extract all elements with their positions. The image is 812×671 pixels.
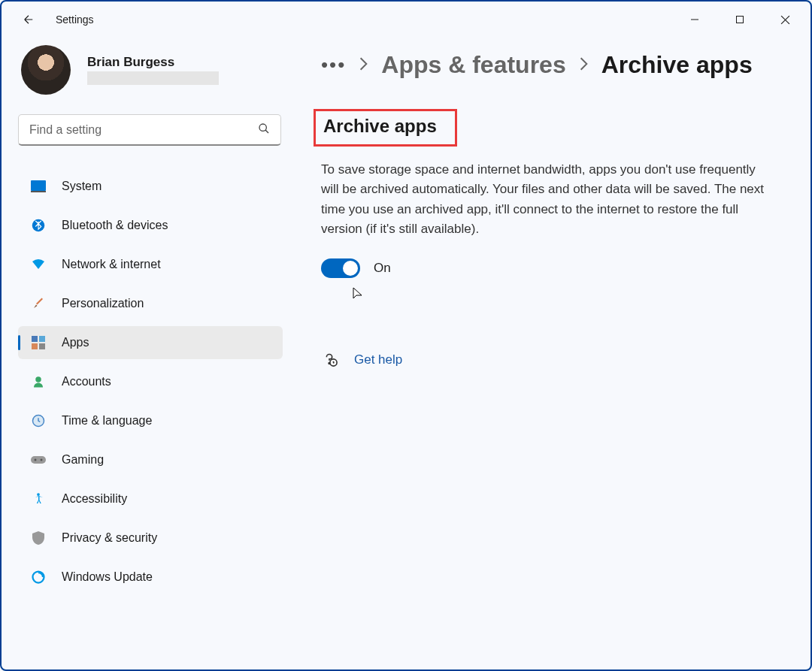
chevron-right-icon — [359, 57, 368, 74]
nav-accounts[interactable]: Accounts — [18, 365, 283, 398]
svg-rect-15 — [31, 456, 46, 464]
gamepad-icon — [30, 452, 47, 468]
brush-icon — [30, 295, 47, 312]
nav-list: System Bluetooth & devices Network & int… — [18, 170, 298, 594]
svg-rect-9 — [32, 336, 38, 342]
svg-point-16 — [35, 459, 37, 461]
wifi-icon — [30, 256, 47, 273]
breadcrumb: ••• Apps & features Archive apps — [321, 51, 789, 79]
svg-point-13 — [35, 376, 41, 382]
section-description: To save storage space and internet bandw… — [321, 160, 772, 239]
nav-label: Privacy & security — [62, 531, 157, 545]
nav-label: Accessibility — [62, 492, 127, 506]
profile-name: Brian Burgess — [87, 55, 219, 70]
profile-email-redacted — [87, 71, 219, 85]
search-box[interactable] — [18, 114, 281, 146]
help-icon — [321, 350, 338, 370]
nav-time[interactable]: Time & language — [18, 404, 283, 437]
nav-bluetooth[interactable]: Bluetooth & devices — [18, 209, 283, 242]
close-button[interactable] — [762, 5, 807, 35]
toggle-state-label: On — [374, 261, 391, 276]
titlebar: Settings — [2, 2, 810, 38]
app-title: Settings — [56, 14, 94, 26]
nav-label: Windows Update — [62, 570, 153, 584]
toggle-knob — [343, 261, 358, 276]
section-title: Archive apps — [323, 116, 437, 137]
svg-rect-12 — [39, 343, 45, 349]
search-icon — [258, 122, 270, 138]
nav-system[interactable]: System — [18, 170, 283, 203]
nav-label: Network & internet — [62, 258, 161, 271]
avatar — [21, 45, 71, 95]
nav-accessibility[interactable]: Accessibility — [18, 482, 283, 515]
archive-toggle[interactable] — [321, 258, 360, 278]
nav-label: Bluetooth & devices — [62, 219, 168, 232]
shield-icon — [30, 530, 47, 546]
nav-apps[interactable]: Apps — [18, 326, 283, 359]
nav-network[interactable]: Network & internet — [18, 248, 283, 281]
apps-icon — [30, 334, 47, 351]
svg-rect-7 — [31, 191, 46, 192]
nav-label: Accounts — [62, 375, 111, 388]
main-content: ••• Apps & features Archive apps Archive… — [298, 38, 810, 669]
breadcrumb-more[interactable]: ••• — [321, 53, 346, 77]
toggle-row: On — [321, 258, 789, 278]
chevron-right-icon — [580, 57, 588, 74]
back-button[interactable] — [14, 5, 44, 35]
minimize-button[interactable] — [672, 5, 717, 35]
update-icon — [30, 569, 47, 585]
nav-privacy[interactable]: Privacy & security — [18, 521, 283, 555]
maximize-button[interactable] — [717, 5, 762, 35]
nav-label: Gaming — [62, 453, 104, 467]
clock-icon — [30, 413, 47, 429]
svg-point-4 — [259, 124, 266, 131]
nav-update[interactable]: Windows Update — [18, 561, 283, 594]
window-controls — [672, 5, 807, 35]
svg-rect-11 — [32, 343, 38, 349]
svg-point-17 — [41, 459, 43, 461]
profile[interactable]: Brian Burgess — [18, 45, 298, 95]
system-icon — [30, 178, 47, 195]
nav-label: System — [62, 180, 102, 193]
svg-rect-1 — [737, 17, 744, 23]
breadcrumb-parent[interactable]: Apps & features — [381, 51, 565, 79]
breadcrumb-current: Archive apps — [601, 51, 753, 79]
nav-label: Time & language — [62, 414, 152, 428]
nav-label: Personalization — [62, 297, 144, 310]
sidebar: Brian Burgess System Bluetooth & devices… — [2, 38, 298, 669]
nav-personalization[interactable]: Personalization — [18, 287, 283, 320]
search-input[interactable] — [29, 123, 258, 137]
svg-rect-6 — [31, 180, 46, 191]
help-row: Get help — [321, 350, 789, 370]
svg-rect-10 — [39, 336, 45, 342]
svg-line-5 — [265, 130, 268, 133]
accessibility-icon — [30, 491, 47, 507]
get-help-link[interactable]: Get help — [354, 352, 402, 367]
svg-point-18 — [37, 493, 40, 496]
highlight-box: Archive apps — [314, 109, 457, 147]
bluetooth-icon — [30, 217, 47, 234]
nav-label: Apps — [62, 336, 89, 349]
nav-gaming[interactable]: Gaming — [18, 443, 283, 476]
cursor-icon — [353, 287, 789, 305]
person-icon — [30, 373, 47, 390]
